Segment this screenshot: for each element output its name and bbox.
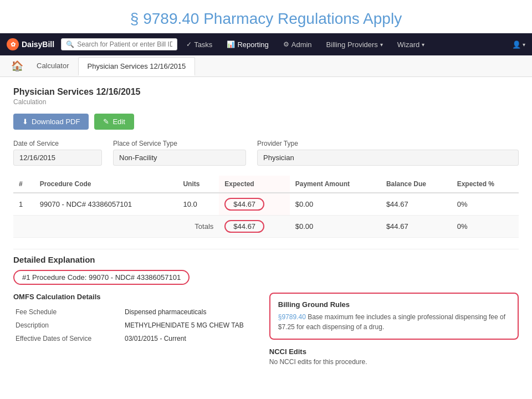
date-of-service-value: 12/16/2015: [13, 150, 102, 166]
place-of-service-field: Place of Service Type Non-Facility: [113, 140, 246, 166]
user-chevron-icon: ▾: [523, 42, 525, 48]
detail-title: Detailed Explanation: [13, 255, 519, 264]
tab-physician-services[interactable]: Physician Services 12/16/2015: [78, 57, 196, 76]
col-procedure-code: Procedure Code: [34, 176, 178, 193]
fields-row: Date of Service 12/16/2015 Place of Serv…: [13, 140, 519, 166]
wizard-label: Wizard: [397, 40, 420, 49]
wizard-button[interactable]: Wizard ▾: [392, 38, 430, 51]
brand[interactable]: ✿ DaisyBill: [7, 38, 54, 50]
action-buttons: ⬇ Download PDF ✎ Edit: [13, 114, 519, 130]
row-balance-due: $44.67: [381, 193, 452, 216]
omfs-table: Fee Schedule Dispensed pharmaceuticals D…: [13, 305, 256, 345]
totals-payment: $0.00: [290, 216, 381, 238]
billing-title: Billing Ground Rules: [278, 300, 510, 309]
tabs-bar: 🏠 Calculator Physician Services 12/16/20…: [0, 55, 532, 77]
place-of-service-value: Non-Facility: [113, 150, 246, 166]
billing-text-rest: Base maximum fee includes a single profe…: [278, 313, 505, 331]
billing-providers-button[interactable]: Billing Providers ▾: [321, 38, 388, 51]
omfs-label-description: Description: [13, 319, 122, 332]
admin-button[interactable]: ⚙ Admin: [278, 38, 318, 51]
totals-label: Totals: [177, 216, 219, 238]
col-payment-amount: Payment Amount: [290, 176, 381, 193]
content-heading-area: Physician Services 12/16/2015 Calculatio…: [13, 87, 519, 106]
col-num: #: [13, 176, 34, 193]
row-procedure-code: 99070 - NDC# 43386057101: [34, 193, 178, 216]
reporting-icon: 📊: [227, 40, 235, 48]
row-expected-pct: 0%: [452, 193, 519, 216]
omfs-label-fee-schedule: Fee Schedule: [13, 305, 122, 319]
user-menu[interactable]: 👤 ▾: [512, 40, 525, 49]
row-units: 10.0: [177, 193, 219, 216]
tasks-label: Tasks: [194, 40, 212, 49]
totals-expected: $44.67: [219, 216, 289, 238]
download-pdf-button[interactable]: ⬇ Download PDF: [13, 114, 89, 130]
procedure-badge: #1 Procedure Code: 99070 - NDC# 43386057…: [13, 270, 190, 285]
admin-label: Admin: [291, 40, 312, 49]
search-input[interactable]: [77, 40, 172, 48]
search-icon: 🔍: [66, 40, 74, 48]
date-of-service-label: Date of Service: [13, 140, 102, 147]
reporting-button[interactable]: 📊 Reporting: [221, 38, 274, 51]
detailed-explanation: Detailed Explanation #1 Procedure Code: …: [13, 255, 519, 366]
user-icon: 👤: [512, 40, 521, 49]
totals-pct: 0%: [452, 216, 519, 238]
table-row: 1 99070 - NDC# 43386057101 10.0 $44.67 $…: [13, 193, 519, 216]
omfs-value-effective-dates: 03/01/2015 - Current: [122, 332, 256, 345]
date-of-service-field: Date of Service 12/16/2015: [13, 140, 102, 166]
col-balance-due: Balance Due: [381, 176, 452, 193]
billing-providers-chevron-icon: ▾: [380, 42, 383, 48]
row-num: 1: [13, 193, 34, 216]
row-expected: $44.67: [219, 193, 289, 216]
omfs-title: OMFS Calculation Details: [13, 293, 256, 301]
omfs-row-description: Description METHYLPHENIDATE 5 MG CHEW TA…: [13, 319, 256, 332]
omfs-row-fee-schedule: Fee Schedule Dispensed pharmaceuticals: [13, 305, 256, 319]
omfs-row-effective-dates: Effective Dates of Service 03/01/2015 - …: [13, 332, 256, 345]
totals-balance: $44.67: [381, 216, 452, 238]
ncci-title: NCCI Edits: [269, 347, 519, 356]
content-subheading: Calculation: [13, 98, 519, 106]
page-title: § 9789.40 Pharmacy Regulations Apply: [0, 0, 532, 33]
download-icon: ⬇: [22, 117, 28, 126]
calculation-table: # Procedure Code Units Expected Payment …: [13, 176, 519, 238]
billing-ground-rules-box: Billing Ground Rules §9789.40 Base maxim…: [269, 293, 519, 340]
reporting-label: Reporting: [237, 40, 268, 49]
omfs-value-description: METHYLPHENIDATE 5 MG CHEW TAB: [122, 319, 256, 332]
tasks-button[interactable]: ✓ Tasks: [181, 38, 218, 51]
omfs-value-fee-schedule: Dispensed pharmaceuticals: [122, 305, 256, 319]
col-expected: Expected: [219, 176, 289, 193]
billing-text: §9789.40 Base maximum fee includes a sin…: [278, 312, 510, 332]
provider-type-label: Provider Type: [257, 140, 519, 147]
billing-section: Billing Ground Rules §9789.40 Base maxim…: [269, 293, 519, 366]
search-box[interactable]: 🔍: [61, 38, 177, 50]
place-of-service-label: Place of Service Type: [113, 140, 246, 147]
detail-columns: OMFS Calculation Details Fee Schedule Di…: [13, 293, 519, 366]
row-payment-amount: $0.00: [290, 193, 381, 216]
ncci-section: NCCI Edits No NCCI edits for this proced…: [269, 347, 519, 366]
totals-empty: [13, 216, 34, 238]
billing-link[interactable]: §9789.40: [278, 313, 308, 321]
brand-name: DaisyBill: [22, 40, 54, 49]
tasks-icon: ✓: [186, 40, 192, 48]
navbar: ✿ DaisyBill 🔍 ✓ Tasks 📊 Reporting ⚙ Admi…: [0, 33, 532, 55]
totals-empty2: [34, 216, 178, 238]
omfs-section: OMFS Calculation Details Fee Schedule Di…: [13, 293, 256, 366]
provider-type-value: Physician: [257, 150, 519, 166]
edit-button[interactable]: ✎ Edit: [94, 114, 134, 130]
section-divider: [13, 249, 519, 249]
brand-icon: ✿: [7, 38, 19, 50]
totals-row: Totals $44.67 $0.00 $44.67 0%: [13, 216, 519, 238]
main-content: Physician Services 12/16/2015 Calculatio…: [0, 77, 532, 376]
provider-type-field: Provider Type Physician: [257, 140, 519, 166]
tab-calculator[interactable]: Calculator: [28, 57, 78, 75]
col-units: Units: [177, 176, 219, 193]
wizard-chevron-icon: ▾: [422, 42, 424, 48]
admin-icon: ⚙: [283, 40, 289, 48]
tab-back-button[interactable]: 🏠: [7, 55, 28, 76]
billing-providers-label: Billing Providers: [326, 40, 378, 49]
omfs-label-effective-dates: Effective Dates of Service: [13, 332, 122, 345]
col-expected-pct: Expected %: [452, 176, 519, 193]
edit-icon: ✎: [103, 117, 109, 126]
ncci-text: No NCCI edits for this procedure.: [269, 358, 519, 366]
content-heading: Physician Services 12/16/2015: [13, 87, 519, 97]
